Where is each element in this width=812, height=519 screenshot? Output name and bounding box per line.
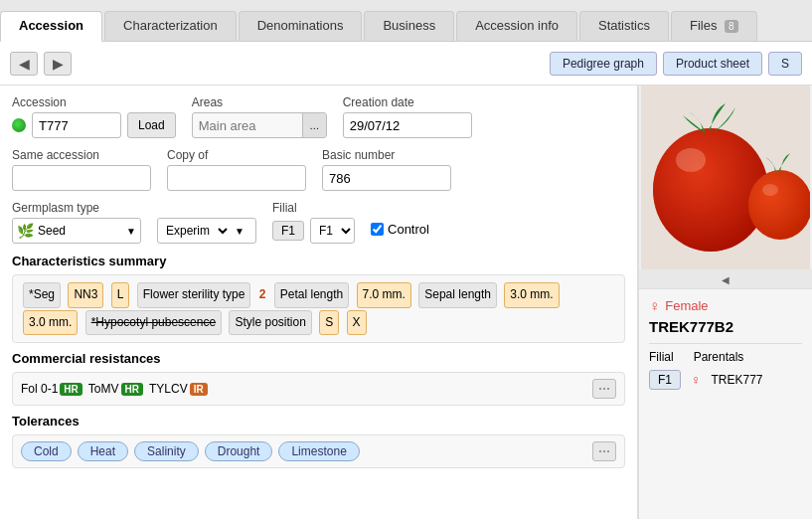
control-checkbox[interactable] bbox=[371, 223, 384, 236]
resistances-box: Fol 0-1 HR ToMV HR TYLCV IR ⋯ bbox=[12, 372, 625, 406]
char-tag-flower-sterility: Flower sterility type bbox=[137, 282, 251, 308]
back-button[interactable]: ◀ bbox=[10, 52, 38, 76]
resistance-tylcv-name: TYLCV bbox=[149, 382, 188, 396]
female-text: Female bbox=[665, 298, 708, 313]
tolerance-cold: Cold bbox=[21, 441, 72, 461]
left-panel: Accession Load Areas … Creation date bbox=[0, 86, 638, 519]
characteristics-title: Characteristics summary bbox=[12, 254, 625, 268]
tab-statistics[interactable]: Statistics bbox=[579, 11, 669, 41]
tolerance-heat: Heat bbox=[78, 441, 128, 461]
areas-label: Areas bbox=[192, 95, 327, 109]
char-tag-seg: *Seg bbox=[23, 282, 61, 308]
filial-parentals-header: Filial Parentals bbox=[649, 350, 802, 364]
experim-select[interactable]: Experim bbox=[158, 219, 231, 243]
creation-date-group: Creation date bbox=[343, 95, 472, 138]
char-tag-petal-length: Petal length bbox=[274, 282, 349, 308]
scroll-arrow[interactable]: ◀ bbox=[639, 269, 812, 289]
experim-select-wrap: Experim ▼ bbox=[157, 218, 256, 244]
char-value-2: 2 bbox=[259, 287, 266, 301]
resistance-tomv-name: ToMV bbox=[88, 382, 119, 396]
pedigree-graph-button[interactable]: Pedigree graph bbox=[550, 52, 657, 76]
product-sheet-button[interactable]: Product sheet bbox=[663, 52, 762, 76]
areas-browse-button[interactable]: … bbox=[302, 113, 326, 137]
germplasm-label: Germplasm type bbox=[12, 201, 141, 215]
tab-files[interactable]: Files 8 bbox=[671, 11, 757, 41]
load-button[interactable]: Load bbox=[127, 112, 176, 138]
form-row-2: Same accession Copy of Basic number bbox=[12, 148, 625, 191]
germplasm-group: Germplasm type 🌿 Seed ▼ bbox=[12, 201, 141, 244]
areas-input[interactable] bbox=[193, 115, 302, 136]
resistance-fol: Fol 0-1 HR bbox=[21, 382, 82, 396]
filial-data-row: F1 ♀ TREK777 bbox=[649, 370, 802, 390]
tab-denominations[interactable]: Denominations bbox=[239, 11, 363, 41]
svg-point-4 bbox=[748, 170, 810, 240]
filial-section: Filial Parentals F1 ♀ TREK777 bbox=[649, 350, 802, 390]
tab-accession-info[interactable]: Accession info bbox=[456, 11, 577, 41]
char-tag-nn3: NN3 bbox=[68, 282, 103, 308]
right-info: ♀ Female TREK777B2 Filial Parentals F1 ♀… bbox=[639, 289, 812, 398]
main-layout: Accession Load Areas … Creation date bbox=[0, 86, 812, 519]
characteristics-summary: *Seg NN3 L Flower sterility type 2 Petal… bbox=[12, 274, 625, 343]
char-tag-hypocotyl: *Hypocotyl pubescence bbox=[85, 310, 222, 336]
tolerances-title: Tolerances bbox=[12, 414, 625, 429]
copy-of-group: Copy of bbox=[167, 148, 306, 191]
germplasm-select-wrap: 🌿 Seed ▼ bbox=[12, 218, 141, 244]
female-symbol: ♀ bbox=[649, 297, 660, 314]
filial-col-label: Filial bbox=[649, 350, 674, 364]
green-dot bbox=[12, 118, 26, 132]
f1-right-badge: F1 bbox=[649, 370, 681, 390]
tolerance-limestone: Limestone bbox=[278, 441, 359, 461]
form-row-1: Accession Load Areas … Creation date bbox=[12, 95, 625, 138]
resistance-fol-name: Fol 0-1 bbox=[21, 382, 58, 396]
basic-number-label: Basic number bbox=[322, 148, 451, 162]
char-tag-3mm-sepal: 3.0 mm. bbox=[504, 282, 559, 308]
char-tag-3mm-2: 3.0 mm. bbox=[23, 310, 78, 336]
germplasm-extra-group: x Experim ▼ bbox=[157, 201, 256, 244]
svg-point-5 bbox=[676, 148, 706, 172]
control-group: Control bbox=[371, 222, 429, 237]
resistance-tylcv-badge: IR bbox=[190, 383, 208, 396]
areas-group: Areas … bbox=[192, 95, 327, 138]
tolerance-salinity: Salinity bbox=[134, 441, 199, 461]
control-label[interactable]: Control bbox=[371, 222, 429, 237]
creation-date-input[interactable] bbox=[343, 112, 472, 138]
svg-point-2 bbox=[653, 128, 768, 252]
tolerance-drought: Drought bbox=[205, 441, 273, 461]
resistances-more-button[interactable]: ⋯ bbox=[592, 379, 616, 399]
resistance-tomv: ToMV HR bbox=[88, 382, 143, 396]
toolbar: ◀ ▶ Pedigree graph Product sheet S bbox=[0, 42, 812, 86]
basic-number-group: Basic number bbox=[322, 148, 451, 191]
char-tag-style-position: Style position bbox=[229, 310, 311, 336]
parent-female-symbol: ♀ bbox=[691, 372, 702, 388]
filial-row: F1 F1 bbox=[272, 218, 355, 244]
f1-static-badge: F1 bbox=[272, 221, 304, 241]
char-tag-7mm: 7.0 mm. bbox=[357, 282, 411, 308]
copy-of-input[interactable] bbox=[167, 165, 306, 191]
tomato-image bbox=[639, 86, 812, 269]
forward-button[interactable]: ▶ bbox=[44, 52, 72, 76]
same-accession-input[interactable] bbox=[12, 165, 151, 191]
accession-code: TREK777B2 bbox=[649, 318, 802, 335]
filial-group: Filial F1 F1 bbox=[272, 201, 355, 244]
right-panel: ◀ ♀ Female TREK777B2 Filial Parentals F1… bbox=[638, 86, 812, 519]
accession-input[interactable] bbox=[32, 112, 121, 138]
same-accession-group: Same accession bbox=[12, 148, 151, 191]
areas-input-wrap: … bbox=[192, 112, 327, 138]
filial-select[interactable]: F1 bbox=[310, 218, 355, 244]
tomato-svg bbox=[641, 86, 810, 269]
right-divider bbox=[649, 343, 802, 344]
basic-number-input[interactable] bbox=[322, 165, 451, 191]
svg-point-6 bbox=[762, 184, 778, 196]
copy-of-label: Copy of bbox=[167, 148, 306, 162]
char-tag-l: L bbox=[111, 282, 130, 308]
s-button[interactable]: S bbox=[768, 52, 802, 76]
char-tag-sepal-length: Sepal length bbox=[418, 282, 497, 308]
resistance-tylcv: TYLCV IR bbox=[149, 382, 208, 396]
tab-accession[interactable]: Accession bbox=[0, 11, 102, 42]
tab-characterization[interactable]: Characterization bbox=[104, 11, 237, 41]
accession-group: Accession Load bbox=[12, 95, 176, 138]
tab-business[interactable]: Business bbox=[364, 11, 454, 41]
same-accession-label: Same accession bbox=[12, 148, 151, 162]
tolerances-more-button[interactable]: ⋯ bbox=[592, 441, 616, 461]
parent-value: TREK777 bbox=[712, 373, 763, 387]
